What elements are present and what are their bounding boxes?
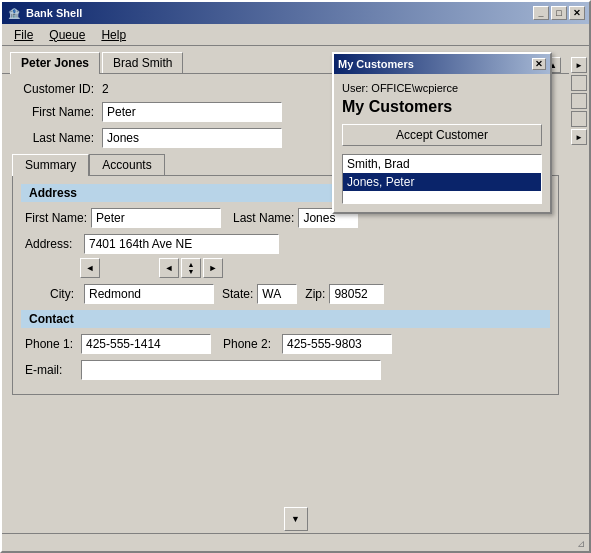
my-customers-dialog: My Customers ✕ User: OFFICE\wcpierce My … [332,52,552,214]
address-scroll-row: ◄ ◄ ▲▼ ► [80,258,546,278]
minimize-button[interactable]: _ [533,6,549,20]
email-row: E-mail: [25,360,546,380]
address-firstname-input[interactable] [91,208,221,228]
customer-list-item-smith[interactable]: Smith, Brad [343,155,541,173]
address-scroll-left[interactable]: ◄ [80,258,100,278]
firstname-label: First Name: [12,105,102,119]
phone1-label: Phone 1: [25,337,77,351]
title-bar: 🏦 Bank Shell _ □ ✕ [2,2,589,24]
accept-customer-button[interactable]: Accept Customer [342,124,542,146]
address-scroll-up[interactable]: ▲▼ [181,258,201,278]
right-panel-btn1[interactable]: ► [571,57,587,73]
city-label: City: [50,287,80,301]
state-label: State: [222,287,253,301]
contact-grid: Phone 1: Phone 2: E-mail: [21,334,550,380]
menu-queue[interactable]: Queue [41,26,93,44]
address-scroll-left2[interactable]: ◄ [159,258,179,278]
window-title: Bank Shell [26,7,533,19]
customer-list-item-jones[interactable]: Jones, Peter [343,173,541,191]
dialog-close-button[interactable]: ✕ [532,58,546,70]
address-grid: First Name: Last Name: Address: [21,208,550,304]
right-panel-btn2[interactable]: ► [571,129,587,145]
city-input[interactable] [84,284,214,304]
email-label: E-mail: [25,363,77,377]
bottom-scroll-btn[interactable]: ▼ [284,507,308,531]
contact-section-header: Contact [21,310,550,328]
customer-id-value: 2 [102,82,109,96]
address-row: Address: [25,234,546,254]
customer-tab-peter-jones[interactable]: Peter Jones [10,52,100,74]
menu-bar: File Queue Help [2,24,589,46]
state-input[interactable] [257,284,297,304]
phone1-input[interactable] [81,334,211,354]
firstname-input[interactable] [102,102,282,122]
phone2-input[interactable] [282,334,392,354]
main-window: 🏦 Bank Shell _ □ ✕ File Queue Help Peter… [0,0,591,553]
email-input[interactable] [81,360,381,380]
address-street-label: Address: [25,237,80,251]
customer-id-label: Customer ID: [12,82,102,96]
dialog-heading: My Customers [342,98,542,116]
phone2-label: Phone 2: [223,337,278,351]
lastname-input[interactable] [102,128,282,148]
zip-label: Zip: [305,287,325,301]
dialog-title: My Customers [338,58,532,70]
lastname-label: Last Name: [12,131,102,145]
maximize-button[interactable]: □ [551,6,567,20]
address-firstname-label: First Name: [25,211,87,225]
dialog-user-label: User: OFFICE\wcpierce [342,82,542,94]
city-state-zip-row: City: State: Zip: [25,284,546,304]
address-scroll-right2[interactable]: ► [203,258,223,278]
dialog-title-bar: My Customers ✕ [334,54,550,74]
app-icon: 🏦 [6,5,22,21]
customer-tab-brad-smith[interactable]: Brad Smith [102,52,183,73]
bottom-scroll-area: ▼ [284,507,308,531]
dialog-content: User: OFFICE\wcpierce My Customers Accep… [334,74,550,212]
address-lastname-label: Last Name: [233,211,294,225]
close-button[interactable]: ✕ [569,6,585,20]
status-bar: ⊿ [2,533,589,551]
tab-summary[interactable]: Summary [12,154,89,176]
resize-grip[interactable]: ⊿ [573,535,589,551]
title-bar-buttons: _ □ ✕ [533,6,585,20]
menu-file[interactable]: File [6,26,41,44]
customer-list: Smith, Brad Jones, Peter [342,154,542,204]
right-panel: ► ► [571,57,587,145]
address-street-input[interactable] [84,234,279,254]
zip-input[interactable] [329,284,384,304]
menu-help[interactable]: Help [93,26,134,44]
phone-row: Phone 1: Phone 2: [25,334,546,354]
tab-accounts[interactable]: Accounts [89,154,164,175]
